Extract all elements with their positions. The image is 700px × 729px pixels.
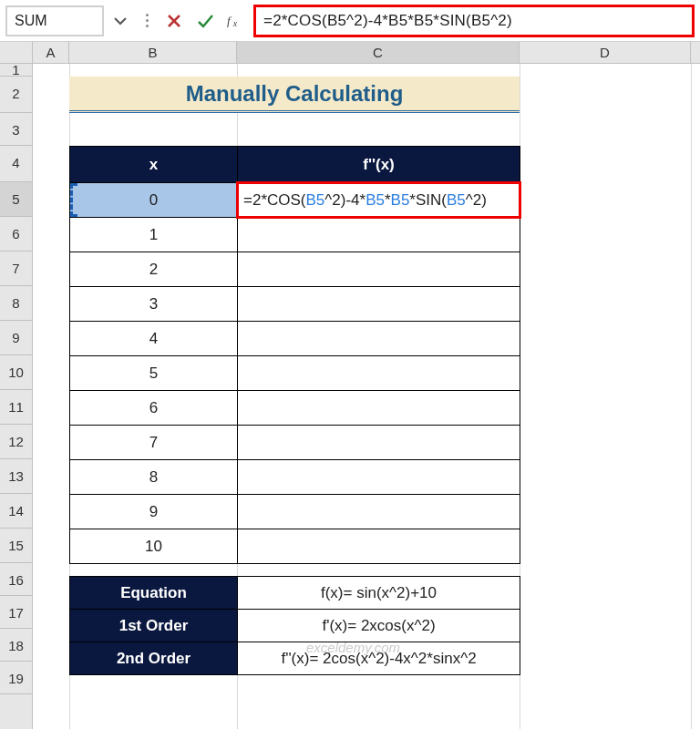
value-1st-order: f'(x)= 2xcos(x^2) xyxy=(238,610,520,642)
cell[interactable] xyxy=(238,426,520,460)
header-x: x xyxy=(70,147,238,183)
separator xyxy=(137,5,157,36)
equation-table: Equation f(x)= sin(x^2)+10 1st Order f'(… xyxy=(69,576,520,675)
cell[interactable] xyxy=(238,252,520,287)
cell-value: 0 xyxy=(149,191,158,209)
formula-bar[interactable]: =2*COS(B5^2)-4*B5*B5*SIN(B5^2) xyxy=(253,5,695,37)
label-1st-order: 1st Order xyxy=(70,610,238,642)
row-header[interactable]: 2 xyxy=(0,77,32,113)
row-header[interactable]: 4 xyxy=(0,146,32,182)
row-header[interactable]: 8 xyxy=(0,286,32,321)
row-header[interactable]: 12 xyxy=(0,425,32,459)
confirm-button[interactable] xyxy=(191,5,219,36)
cell-area[interactable]: Manually Calculating x f''(x) 0 =2*COS(B… xyxy=(33,64,700,729)
column-headers: A B C D xyxy=(0,42,700,64)
svg-text:f: f xyxy=(227,14,232,27)
cell[interactable]: 7 xyxy=(70,426,238,460)
cell[interactable] xyxy=(238,218,520,252)
cell[interactable]: 8 xyxy=(70,460,238,495)
name-box[interactable]: SUM xyxy=(5,5,104,36)
row-header[interactable]: 17 xyxy=(0,596,32,629)
col-header-C[interactable]: C xyxy=(237,42,520,63)
cell-B5[interactable]: 0 xyxy=(70,183,238,218)
fx-icon: f x xyxy=(227,12,245,30)
label-2nd-order: 2nd Order xyxy=(70,642,238,675)
row-header[interactable]: 16 xyxy=(0,563,32,596)
chevron-down-icon xyxy=(113,14,128,28)
row-header[interactable]: 18 xyxy=(0,629,32,662)
cell[interactable] xyxy=(238,287,520,322)
formula-bar-text: =2*COS(B5^2)-4*B5*B5*SIN(B5^2) xyxy=(263,12,512,30)
cell[interactable]: 2 xyxy=(70,252,238,287)
page-title: Manually Calculating xyxy=(69,77,520,113)
select-all-corner[interactable] xyxy=(0,42,33,63)
cell[interactable] xyxy=(238,495,520,529)
col-header-D[interactable]: D xyxy=(520,42,691,63)
x-icon xyxy=(165,12,183,30)
cell[interactable] xyxy=(238,529,520,564)
cell[interactable]: 3 xyxy=(70,287,238,322)
cancel-button[interactable] xyxy=(160,5,188,36)
value-equation: f(x)= sin(x^2)+10 xyxy=(238,577,520,610)
col-header-B[interactable]: B xyxy=(69,42,237,63)
fx-button[interactable]: f x xyxy=(222,5,250,36)
row-header[interactable]: 1 xyxy=(0,64,32,77)
cell[interactable]: 10 xyxy=(70,529,238,564)
row-header[interactable]: 19 xyxy=(0,662,32,694)
col-header-A[interactable]: A xyxy=(33,42,69,63)
header-fx: f''(x) xyxy=(238,147,520,183)
row-header[interactable]: 10 xyxy=(0,355,32,390)
cell[interactable]: 4 xyxy=(70,322,238,356)
row-header[interactable]: 6 xyxy=(0,217,32,252)
row-header[interactable]: 9 xyxy=(0,321,32,355)
cell[interactable] xyxy=(238,356,520,391)
name-box-dropdown[interactable] xyxy=(108,5,133,36)
cell[interactable] xyxy=(238,391,520,426)
cell[interactable]: 9 xyxy=(70,495,238,529)
cell[interactable]: 1 xyxy=(70,218,238,252)
row-header[interactable]: 14 xyxy=(0,494,32,529)
cell[interactable] xyxy=(238,322,520,356)
svg-text:x: x xyxy=(232,17,238,27)
cell[interactable]: 6 xyxy=(70,391,238,426)
label-equation: Equation xyxy=(70,577,238,610)
formula-toolbar: SUM f x =2*COS(B5^2)-4*B5*B5*SIN(B5^2) xyxy=(0,0,700,42)
row-header[interactable]: 5 xyxy=(0,182,32,217)
data-table: x f''(x) 0 =2*COS(B5^2)-4*B5*B5*SIN(B5^2… xyxy=(69,146,520,564)
row-header[interactable]: 15 xyxy=(0,529,32,563)
row-header[interactable]: 11 xyxy=(0,390,32,425)
row-header[interactable]: 7 xyxy=(0,252,32,286)
cell[interactable] xyxy=(238,460,520,495)
cell-C5[interactable]: =2*COS(B5^2)-4*B5*B5*SIN(B5^2) xyxy=(238,183,520,218)
row-header[interactable]: 3 xyxy=(0,113,32,146)
name-box-value: SUM xyxy=(15,13,47,29)
value-2nd-order: f''(x)= 2cos(x^2)-4x^2*sinx^2 xyxy=(238,642,520,675)
cell-formula: =2*COS(B5^2)-4*B5*B5*SIN(B5^2) xyxy=(243,191,487,209)
cell[interactable]: 5 xyxy=(70,356,238,391)
check-icon xyxy=(196,12,214,30)
row-headers: 1 2 3 4 5 6 7 8 9 10 11 12 13 14 15 16 1… xyxy=(0,64,33,729)
row-header[interactable]: 13 xyxy=(0,459,32,494)
